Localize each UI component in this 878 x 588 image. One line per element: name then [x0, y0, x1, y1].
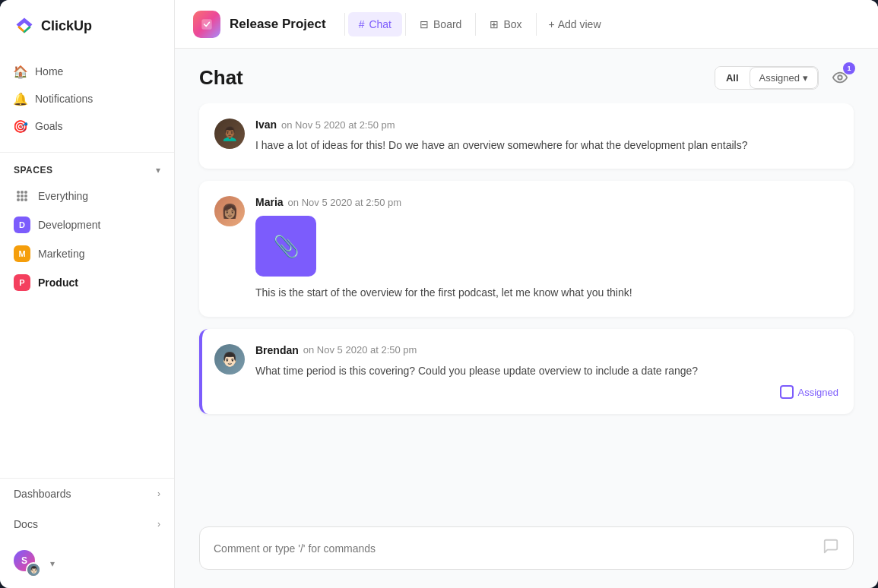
message-author-maria: Maria	[255, 196, 284, 208]
filter-assigned-label: Assigned	[759, 72, 800, 84]
message-ivan: 👨🏾‍🦱 Ivan on Nov 5 2020 at 2:50 pm I hav…	[199, 103, 854, 169]
sidebar-item-product[interactable]: P Product	[0, 268, 174, 297]
chat-title: Chat	[199, 66, 243, 90]
chat-header-controls: All Assigned ▾ 1	[715, 64, 854, 91]
main-nav: 🏠 Home 🔔 Notifications 🎯 Goals	[0, 52, 174, 146]
sidebar-item-docs[interactable]: Docs ›	[0, 509, 174, 539]
sidebar-bottom: Dashboards › Docs › S 👨🏻 ▾	[0, 478, 174, 588]
watch-button[interactable]: 1	[826, 64, 854, 91]
divider-1	[0, 152, 174, 153]
paperclip-icon: 📎	[273, 234, 300, 259]
everything-icon	[14, 188, 30, 204]
tab-separator-4	[536, 13, 537, 36]
tab-chat-label: Chat	[369, 18, 391, 30]
svg-point-12	[838, 75, 842, 80]
message-brendan: 👨🏻 Brendan on Nov 5 2020 at 2:50 pm What…	[199, 329, 854, 414]
spaces-header: Spaces ▾	[0, 159, 174, 182]
docs-chevron-icon: ›	[157, 519, 160, 530]
message-body-ivan: I have a lot of ideas for this! Do we ha…	[255, 137, 838, 153]
dashboards-chevron-icon: ›	[157, 488, 160, 499]
chat-area: Chat All Assigned ▾ 1	[175, 49, 878, 588]
message-maria: 👩🏽 Maria on Nov 5 2020 at 2:50 pm 📎 This…	[199, 181, 854, 316]
avatar-brendan: 👨🏻	[214, 344, 245, 375]
tab-box[interactable]: ⊞ Box	[479, 12, 532, 36]
sidebar-item-marketing[interactable]: M Marketing	[0, 239, 174, 268]
sidebar-item-development-label: Development	[38, 219, 101, 231]
sidebar: ClickUp 🏠 Home 🔔 Notifications 🎯 Goals S…	[0, 0, 175, 588]
sidebar-item-product-label: Product	[38, 277, 78, 289]
user-area[interactable]: S 👨🏻 ▾	[0, 539, 174, 588]
filter-chevron-icon: ▾	[803, 72, 808, 84]
goals-icon: 🎯	[14, 119, 27, 133]
sidebar-item-development[interactable]: D Development	[0, 210, 174, 239]
board-icon: ⊟	[420, 18, 429, 30]
message-time-ivan: on Nov 5 2020 at 2:50 pm	[281, 119, 395, 131]
svg-point-7	[24, 194, 27, 198]
chat-header: Chat All Assigned ▾ 1	[175, 49, 878, 103]
tab-board[interactable]: ⊟ Board	[409, 12, 472, 36]
assigned-label: Assigned	[798, 387, 838, 398]
attachment-box[interactable]: 📎	[255, 216, 316, 277]
message-meta-maria: Maria on Nov 5 2020 at 2:50 pm	[255, 196, 838, 208]
svg-point-6	[21, 194, 24, 198]
sidebar-item-dashboards[interactable]: Dashboards ›	[0, 479, 174, 509]
tab-chat[interactable]: # Chat	[348, 12, 402, 36]
user-initial: S	[21, 555, 27, 566]
avatar-maria: 👩🏽	[214, 196, 245, 226]
message-meta-brendan: Brendan on Nov 5 2020 at 2:50 pm	[255, 344, 838, 356]
message-meta-ivan: Ivan on Nov 5 2020 at 2:50 pm	[255, 119, 838, 131]
nav-home-label: Home	[35, 65, 63, 77]
nav-item-notifications[interactable]: 🔔 Notifications	[0, 85, 174, 112]
message-footer-brendan: Assigned	[255, 385, 838, 399]
nav-notifications-label: Notifications	[35, 93, 93, 105]
user-chevron-icon: ▾	[50, 558, 55, 569]
main-content: Release Project # Chat ⊟ Board ⊞ Box + A…	[175, 0, 878, 588]
svg-marker-0	[17, 18, 33, 27]
sidebar-item-everything[interactable]: Everything	[0, 182, 174, 210]
chat-hash-icon: #	[359, 18, 365, 30]
comment-box	[199, 526, 854, 570]
bell-icon: 🔔	[14, 92, 27, 106]
message-content-maria: Maria on Nov 5 2020 at 2:50 pm 📎 This is…	[255, 196, 838, 301]
filter-all-button[interactable]: All	[715, 67, 750, 89]
logo-area[interactable]: ClickUp	[0, 0, 174, 52]
app-name: ClickUp	[41, 18, 92, 34]
spaces-chevron-icon[interactable]: ▾	[156, 165, 160, 175]
svg-point-3	[21, 191, 24, 194]
tab-board-label: Board	[433, 18, 461, 30]
box-icon: ⊞	[490, 18, 499, 30]
message-body-maria: This is the start of the overview for th…	[255, 284, 838, 301]
nav-item-goals[interactable]: 🎯 Goals	[0, 112, 174, 140]
spaces-label: Spaces	[14, 165, 52, 175]
docs-label: Docs	[14, 518, 38, 530]
filter-assigned-button[interactable]: Assigned ▾	[750, 67, 818, 89]
assigned-tag[interactable]: Assigned	[780, 385, 838, 399]
svg-point-4	[24, 191, 27, 194]
svg-point-2	[17, 191, 20, 194]
send-icon[interactable]	[823, 538, 839, 558]
add-view-button[interactable]: + Add view	[540, 12, 610, 36]
plus-icon: +	[549, 18, 555, 30]
development-badge: D	[14, 217, 30, 233]
svg-point-9	[21, 198, 24, 201]
svg-point-5	[17, 194, 20, 198]
product-badge: P	[14, 274, 30, 291]
tab-box-label: Box	[503, 18, 521, 30]
watch-count-badge: 1	[843, 62, 855, 74]
svg-point-10	[24, 198, 27, 201]
message-time-maria: on Nov 5 2020 at 2:50 pm	[288, 197, 402, 208]
tab-separator-1	[344, 13, 345, 36]
svg-point-8	[17, 198, 20, 201]
svg-rect-11	[201, 19, 211, 29]
filter-buttons: All Assigned ▾	[715, 66, 819, 90]
message-author-brendan: Brendan	[255, 344, 299, 356]
message-content-brendan: Brendan on Nov 5 2020 at 2:50 pm What ti…	[255, 344, 838, 399]
tab-separator-2	[405, 13, 406, 36]
topbar: Release Project # Chat ⊟ Board ⊞ Box + A…	[175, 0, 878, 49]
nav-item-home[interactable]: 🏠 Home	[0, 58, 174, 85]
comment-input[interactable]	[214, 542, 823, 555]
avatar-ivan: 👨🏾‍🦱	[214, 119, 245, 149]
marketing-badge: M	[14, 245, 30, 262]
assigned-checkbox[interactable]	[780, 385, 794, 399]
messages-container: 👨🏾‍🦱 Ivan on Nov 5 2020 at 2:50 pm I hav…	[175, 103, 878, 520]
